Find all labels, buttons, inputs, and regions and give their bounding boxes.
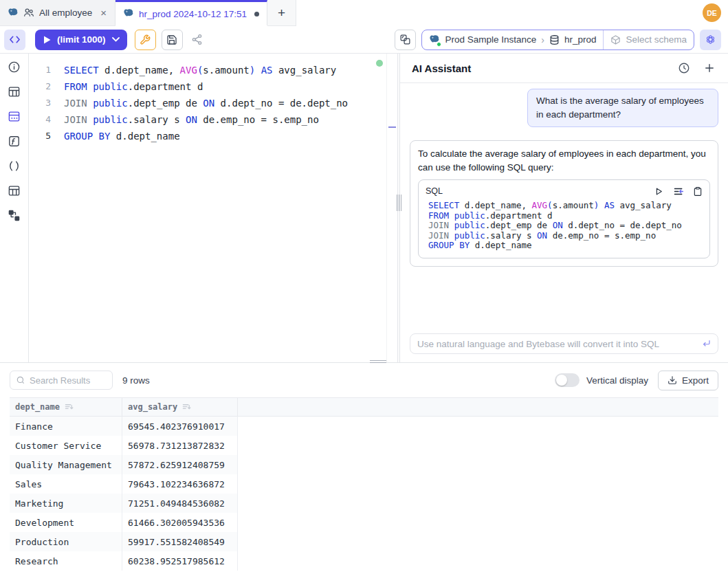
column-label: avg_salary [128,402,177,412]
table-cell[interactable]: Sales [10,474,122,494]
new-chat-icon[interactable] [703,62,716,74]
ai-prompt-input[interactable] [417,339,701,349]
sql-editor[interactable]: 1SELECT d.dept_name, AVG(s.amount) AS av… [29,54,397,362]
editor-line[interactable]: 5GROUP BY d.dept_name [29,128,397,144]
horizontal-resize-handle[interactable] [370,360,386,363]
table-cell[interactable]: 60238.952517985612 [122,551,238,571]
resize-handle[interactable] [396,195,401,211]
sitemap-icon[interactable] [8,208,21,222]
connection-instance[interactable]: Prod Sample Instance › hr_prod [422,30,603,49]
tab-all-employee[interactable]: All employee × [0,0,115,25]
tab-hr-prod[interactable]: hr_prod 2024-10-12 17:51 [115,0,267,25]
code-line: JOIN public.dept_emp de ON d.dept_no = d… [428,221,703,231]
schema-placeholder: Select schema [626,34,687,45]
table-cell[interactable]: Customer Service [10,436,122,455]
postgres-icon [8,8,19,19]
table-cell[interactable]: 57872.625912408759 [122,455,238,474]
presence-dot [437,42,441,47]
postgres-icon [429,34,440,45]
table-cell[interactable]: 79643.102234636872 [122,474,238,494]
code-panel-toggle-button[interactable] [4,30,25,50]
function-icon[interactable] [8,134,21,148]
editor-line[interactable]: 4JOIN public.salary s ON de.emp_no = s.e… [29,111,397,128]
table-cell[interactable]: 71251.049484536082 [122,494,238,513]
code-line: JOIN public.salary s ON de.emp_no = s.em… [428,231,703,241]
search-icon [16,375,25,385]
line-number: 2 [29,78,59,95]
bytebase-sql-editor: { "colors": { "accent": "#4f46e5", "acce… [0,0,728,574]
results-toolbar: 9 rows Vertical display Export [10,363,718,397]
table-cell[interactable]: Development [10,513,122,532]
ai-assistant-panel: AI Assistant What is the average salary … [400,54,728,362]
scrollbar-mark [388,126,396,128]
format-sql-button[interactable] [135,30,156,50]
save-sheet-button[interactable] [162,30,183,50]
editor-code-area[interactable]: 1SELECT d.dept_name, AVG(s.amount) AS av… [29,54,397,144]
code-block-body[interactable]: SELECT d.dept_name, AVG(s.amount) AS avg… [426,201,703,251]
avatar[interactable]: DE [703,3,721,22]
sort-icon[interactable] [65,403,74,411]
export-button[interactable]: Export [658,371,718,390]
code-language-label: SQL [426,184,645,198]
postgres-icon [123,8,134,19]
table-cell[interactable]: 61466.302005943536 [122,513,238,532]
table-cell[interactable]: Quality Management [10,455,122,474]
share-sheet-button[interactable] [187,30,208,50]
line-number: 4 [29,111,59,128]
info-icon[interactable] [8,60,21,74]
table-cell[interactable]: 56978.731213872832 [122,436,238,455]
table-icon-2[interactable] [8,184,21,197]
table-row: Marketing71251.049484536082 [10,494,238,513]
history-icon[interactable] [678,62,690,74]
table-cell[interactable]: Production [10,532,122,551]
share-icon [191,34,203,45]
enter-key-icon [701,339,712,349]
wrench-icon [140,34,151,45]
table-row: Quality Management57872.625912408759 [10,455,238,474]
run-code-icon[interactable] [654,186,664,197]
code-block-header: SQL [426,184,703,199]
table-cell[interactable]: Research [10,551,122,571]
sidebar-toggle-wrap [0,30,29,50]
table-cell[interactable]: 69545.402376910017 [122,417,238,436]
line-number: 5 [29,128,59,144]
run-query-button[interactable]: (limit 1000) [35,30,127,50]
editor-line-text: GROUP BY d.dept_name [59,128,180,144]
editor-line[interactable]: 1SELECT d.dept_name, AVG(s.amount) AS av… [29,62,397,78]
editor-line[interactable]: 3JOIN public.dept_emp de ON d.dept_no = … [29,95,397,111]
table-cell[interactable]: 59917.551582408549 [122,532,238,551]
insert-into-editor-icon[interactable] [673,186,684,197]
parentheses-icon[interactable] [8,159,21,173]
close-icon[interactable]: × [100,7,107,19]
copy-code-icon[interactable] [693,186,703,197]
new-tab-button[interactable]: + [267,0,296,25]
schema-selector[interactable]: Select schema [603,30,694,49]
table-icon[interactable] [8,85,21,98]
panel-resize-divider[interactable] [397,54,400,362]
tab-label: All employee [39,8,92,18]
schema-sync-icon [399,34,411,45]
ai-assistant-button[interactable] [700,30,721,50]
editor-line-text: SELECT d.dept_name, AVG(s.amount) AS avg… [59,62,336,78]
column-header-dept-name[interactable]: dept_name [10,398,122,416]
schema-sync-button[interactable] [395,30,416,50]
table-row: Development61466.302005943536 [10,513,238,532]
users-icon [23,8,34,18]
database-name: hr_prod [564,34,597,45]
column-header-avg-salary[interactable]: avg_salary [122,398,238,416]
vertical-display-toggle[interactable] [555,373,580,387]
ai-panel-header: AI Assistant [400,54,728,83]
editor-line[interactable]: 2FROM public.department d [29,78,397,95]
user-message-bubble: What is the average salary of employees … [527,89,718,127]
column-header-empty [238,398,718,416]
sort-icon[interactable] [182,403,191,411]
search-results-input[interactable] [30,375,107,386]
table-cell[interactable]: Marketing [10,494,122,513]
code-line: SELECT d.dept_name, AVG(s.amount) AS avg… [428,201,703,211]
tabs-group: All employee × hr_prod 2024-10-12 17:51 … [0,0,296,26]
ai-panel-title: AI Assistant [412,63,665,74]
tab-label: hr_prod 2024-10-12 17:51 [139,9,247,19]
ai-input-bar [410,333,718,354]
er-diagram-icon[interactable] [8,109,21,123]
table-cell[interactable]: Finance [10,417,122,436]
